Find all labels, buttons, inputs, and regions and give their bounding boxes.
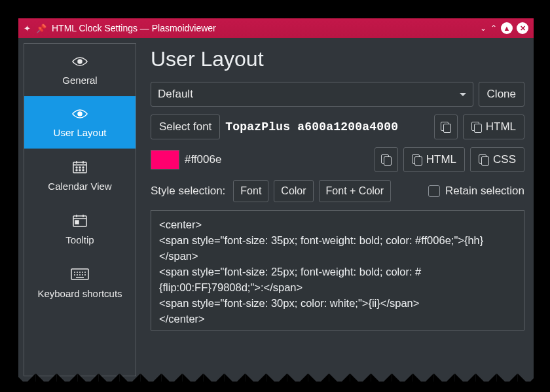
- window-controls: ⌄ ⌃ ▲ ✕: [480, 22, 528, 34]
- svg-point-8: [82, 169, 84, 171]
- maximize-icon[interactable]: ▲: [501, 22, 513, 34]
- sidebar-item-label: General: [62, 75, 97, 86]
- sidebar-item-label: Tooltip: [65, 234, 94, 245]
- font-row: Select font TopazPlus a600a1200a4000 HTM…: [151, 115, 524, 139]
- retain-checkbox[interactable]: [428, 185, 440, 197]
- svg-point-4: [79, 167, 81, 168]
- preset-combobox[interactable]: Default: [151, 82, 473, 107]
- copy-icon: [479, 154, 489, 165]
- titlebar[interactable]: ✦ 📌 HTML Clock Settings — Plasmoidviewer…: [18, 18, 534, 38]
- copy-color-button[interactable]: [375, 147, 398, 172]
- sidebar-item-label: Keyboard shortcuts: [37, 288, 122, 299]
- chevron-down-icon: [460, 93, 466, 96]
- copy-icon: [412, 154, 422, 165]
- style-color-button[interactable]: Color: [274, 180, 313, 202]
- copy-icon: [381, 154, 392, 165]
- torn-edge-decoration: [13, 370, 540, 388]
- calendar-icon: [73, 160, 87, 175]
- pin-icon[interactable]: 📌: [36, 24, 46, 33]
- svg-point-0: [78, 60, 82, 63]
- sidebar-item-user-layout[interactable]: User Layout: [24, 96, 136, 149]
- settings-window: ✦ 📌 HTML Clock Settings — Plasmoidviewer…: [18, 18, 534, 382]
- svg-rect-10: [75, 221, 79, 224]
- color-swatch[interactable]: [151, 150, 179, 169]
- menu-down-icon[interactable]: ⌄: [480, 24, 486, 33]
- window-body: General User Layout Calendar View Toolti…: [18, 38, 534, 382]
- style-selection-label: Style selection:: [151, 185, 225, 198]
- app-icon: ✦: [24, 24, 31, 33]
- font-preview: TopazPlus a600a1200a4000: [225, 120, 428, 134]
- color-hex: #ff006e: [185, 153, 369, 166]
- eye-icon: [72, 56, 88, 69]
- preset-selected: Default: [158, 88, 193, 101]
- sidebar-item-general[interactable]: General: [24, 44, 136, 96]
- svg-point-5: [82, 167, 84, 168]
- select-font-button[interactable]: Select font: [151, 115, 220, 139]
- color-html-button[interactable]: HTML: [403, 147, 465, 172]
- style-font-color-button[interactable]: Font + Color: [319, 180, 391, 202]
- sidebar-item-keyboard-shortcuts[interactable]: Keyboard shortcuts: [24, 256, 136, 310]
- sidebar-item-calendar-view[interactable]: Calendar View: [24, 149, 136, 202]
- copy-font-button[interactable]: [434, 115, 458, 139]
- html-editor[interactable]: <center> <span style="font-size: 35px; f…: [151, 210, 524, 330]
- main-panel: User Layout Default Clone Select font To…: [141, 43, 528, 376]
- copy-icon: [441, 122, 451, 132]
- copy-icon: [471, 122, 482, 132]
- page-heading: User Layout: [151, 47, 524, 71]
- retain-selection[interactable]: Retain selection: [428, 185, 524, 198]
- window-title: HTML Clock Settings — Plasmoidviewer: [52, 23, 475, 33]
- sidebar-item-label: Calendar View: [48, 181, 111, 192]
- color-css-button[interactable]: CSS: [470, 147, 524, 172]
- style-font-button[interactable]: Font: [233, 180, 268, 202]
- eye-icon: [72, 108, 88, 122]
- sidebar-item-label: User Layout: [54, 127, 107, 138]
- svg-point-6: [76, 169, 77, 171]
- keyboard-icon: [71, 268, 89, 283]
- clone-button[interactable]: Clone: [479, 82, 524, 107]
- calendar-day-icon: [73, 214, 87, 229]
- svg-point-3: [76, 167, 77, 168]
- svg-point-1: [78, 112, 82, 116]
- sidebar: General User Layout Calendar View Toolti…: [24, 43, 136, 376]
- retain-label: Retain selection: [445, 185, 524, 198]
- color-row: #ff006e HTML CSS: [151, 147, 524, 172]
- style-row: Style selection: Font Color Font + Color…: [151, 180, 524, 202]
- menu-up-icon[interactable]: ⌃: [490, 24, 497, 33]
- close-icon[interactable]: ✕: [517, 22, 528, 34]
- preset-row: Default Clone: [151, 82, 524, 107]
- svg-point-7: [79, 169, 81, 171]
- font-html-button[interactable]: HTML: [463, 115, 524, 139]
- sidebar-item-tooltip[interactable]: Tooltip: [24, 202, 136, 256]
